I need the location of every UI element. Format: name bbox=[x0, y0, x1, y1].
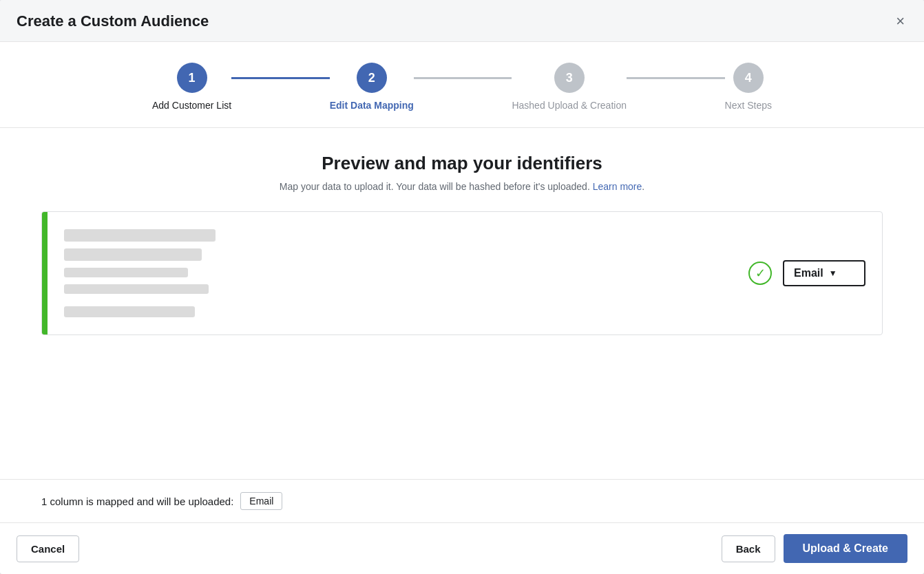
step-connector-3 bbox=[627, 77, 725, 79]
step-2-circle: 2 bbox=[357, 63, 387, 93]
step-1-circle: 1 bbox=[177, 63, 207, 93]
content-area: Preview and map your identifiers Map you… bbox=[0, 128, 924, 479]
step-1-label: Add Customer List bbox=[152, 100, 231, 111]
stepper-row: 1 Add Customer List 2 Edit Data Mapping bbox=[152, 63, 772, 111]
step-connector-1 bbox=[231, 77, 330, 79]
blurred-row-2 bbox=[64, 248, 202, 261]
cancel-button[interactable]: Cancel bbox=[17, 535, 79, 562]
blurred-data-preview bbox=[64, 229, 721, 317]
check-icon: ✓ bbox=[748, 262, 772, 285]
summary-tag-email: Email bbox=[240, 492, 282, 510]
step-3-label: Hashed Upload & Creation bbox=[512, 100, 627, 111]
step-2: 2 Edit Data Mapping bbox=[330, 63, 414, 111]
step-4-label: Next Steps bbox=[725, 100, 772, 111]
step-4: 4 Next Steps bbox=[725, 63, 772, 111]
action-bar: Cancel Back Upload & Create bbox=[0, 522, 924, 574]
summary-text: 1 column is mapped and will be uploaded: bbox=[41, 496, 233, 507]
summary-bar: 1 column is mapped and will be uploaded:… bbox=[0, 479, 924, 522]
learn-more-link[interactable]: Learn more bbox=[593, 181, 642, 192]
modal-header: Create a Custom Audience × bbox=[0, 0, 924, 42]
modal-body: 1 Add Customer List 2 Edit Data Mapping bbox=[0, 42, 924, 574]
upload-create-button[interactable]: Upload & Create bbox=[784, 534, 907, 563]
stepper-section: 1 Add Customer List 2 Edit Data Mapping bbox=[0, 42, 924, 128]
content-subtext: Map your data to upload it. Your data wi… bbox=[41, 181, 883, 192]
card-actions: ✓ Email ▼ bbox=[748, 260, 865, 286]
close-button[interactable]: × bbox=[893, 14, 907, 29]
blurred-row-4 bbox=[64, 284, 209, 294]
blurred-row-3 bbox=[64, 268, 188, 277]
step-2-label: Edit Data Mapping bbox=[330, 100, 414, 111]
dropdown-arrow-icon: ▼ bbox=[829, 268, 837, 278]
step-3-circle: 3 bbox=[554, 63, 585, 93]
modal-container: Create a Custom Audience × 1 Add Custome… bbox=[0, 0, 924, 574]
step-1: 1 Add Customer List bbox=[152, 63, 231, 111]
back-button[interactable]: Back bbox=[722, 535, 775, 562]
blurred-row-1 bbox=[64, 229, 216, 242]
content-heading: Preview and map your identifiers bbox=[41, 153, 883, 174]
email-dropdown-button[interactable]: Email ▼ bbox=[783, 260, 865, 286]
step-3: 3 Hashed Upload & Creation bbox=[512, 63, 627, 111]
card-left-border bbox=[42, 212, 48, 334]
blurred-row-5 bbox=[64, 306, 195, 317]
action-bar-right: Back Upload & Create bbox=[722, 534, 907, 563]
data-preview-card: ✓ Email ▼ bbox=[41, 211, 883, 335]
step-4-circle: 4 bbox=[733, 63, 764, 93]
step-connector-2 bbox=[414, 77, 512, 79]
modal-title: Create a Custom Audience bbox=[17, 12, 209, 30]
card-content: ✓ Email ▼ bbox=[48, 212, 882, 334]
